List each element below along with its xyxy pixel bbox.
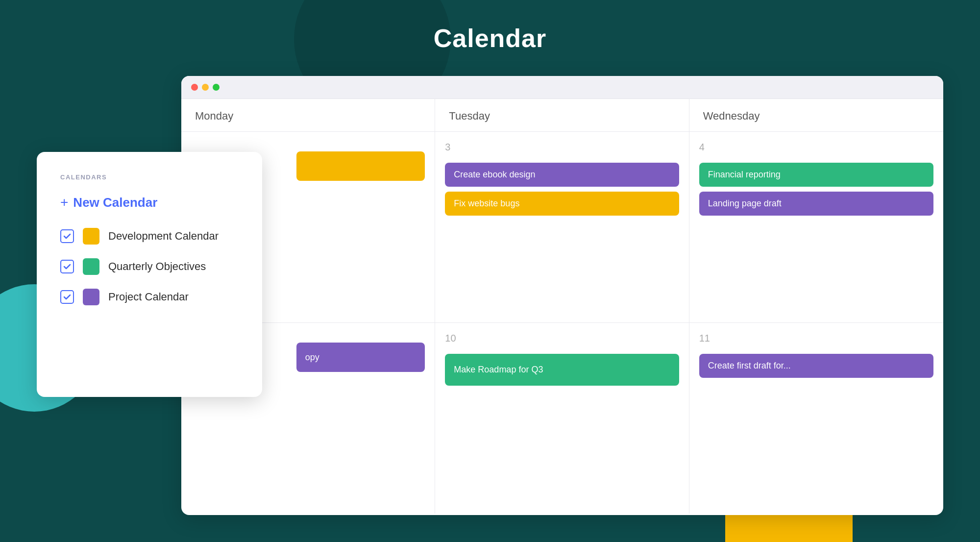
sidebar-panel: CALENDARS + New Calendar Development Cal… [37, 152, 262, 397]
bugs-event[interactable]: Fix website bugs [445, 192, 679, 216]
calendar-grid: Monday opy Tuesday [181, 99, 943, 514]
wednesday-week2-body: 11 Create first draft for... [689, 323, 943, 514]
calendars-section-label: CALENDARS [60, 173, 239, 181]
close-dot[interactable] [191, 84, 198, 91]
maximize-dot[interactable] [213, 84, 220, 91]
project-color-dot [83, 289, 99, 305]
financial-event[interactable]: Financial reporting [699, 163, 933, 187]
dev-color-dot [83, 228, 99, 245]
wednesday-column: Wednesday 4 Financial reporting Landing … [689, 99, 943, 514]
landing-event[interactable]: Landing page draft [699, 192, 933, 216]
project-checkbox[interactable] [60, 290, 74, 304]
monday-header: Monday [181, 99, 435, 132]
tuesday-week1-body: 3 Create ebook design Fix website bugs [435, 132, 688, 323]
tuesday-header: Tuesday [435, 99, 688, 132]
monday-week1-event[interactable] [296, 151, 425, 181]
tuesday-week2-number: 10 [445, 333, 679, 344]
bugs-event-label: Fix website bugs [454, 198, 519, 208]
calendar-item-quarterly: Quarterly Objectives [60, 258, 239, 275]
wednesday-week2-number: 11 [699, 333, 933, 344]
draft-event-label: Create first draft for... [708, 361, 791, 370]
tuesday-week2-body: 10 Make Roadmap for Q3 [435, 323, 688, 514]
copy-event[interactable]: opy [296, 343, 425, 372]
calendar-item-dev: Development Calendar [60, 228, 239, 245]
wednesday-week1-body: 4 Financial reporting Landing page draft [689, 132, 943, 323]
quarterly-color-dot [83, 258, 99, 275]
copy-event-label: opy [305, 352, 319, 363]
wednesday-header: Wednesday [689, 99, 943, 132]
new-calendar-button[interactable]: + New Calendar [60, 195, 239, 210]
ebook-event[interactable]: Create ebook design [445, 163, 679, 187]
new-calendar-label: New Calendar [73, 195, 157, 210]
quarterly-checkbox[interactable] [60, 260, 74, 273]
roadmap-event-label: Make Roadmap for Q3 [454, 365, 543, 375]
dev-calendar-name: Development Calendar [108, 230, 219, 243]
wednesday-week1-number: 4 [699, 142, 933, 153]
quarterly-calendar-name: Quarterly Objectives [108, 260, 206, 273]
window-chrome [181, 76, 943, 99]
calendar-window: Monday opy Tuesday [181, 76, 943, 515]
tuesday-week1-number: 3 [445, 142, 679, 153]
tuesday-column: Tuesday 3 Create ebook design Fix websit… [435, 99, 689, 514]
financial-event-label: Financial reporting [708, 170, 781, 179]
ebook-event-label: Create ebook design [454, 170, 535, 179]
minimize-dot[interactable] [202, 84, 209, 91]
calendar-item-project: Project Calendar [60, 289, 239, 305]
project-calendar-name: Project Calendar [108, 291, 189, 303]
page-title: Calendar [0, 24, 980, 53]
dev-checkbox[interactable] [60, 229, 74, 243]
draft-event[interactable]: Create first draft for... [699, 354, 933, 378]
roadmap-event[interactable]: Make Roadmap for Q3 [445, 354, 679, 386]
landing-event-label: Landing page draft [708, 198, 782, 208]
plus-icon: + [60, 195, 68, 210]
